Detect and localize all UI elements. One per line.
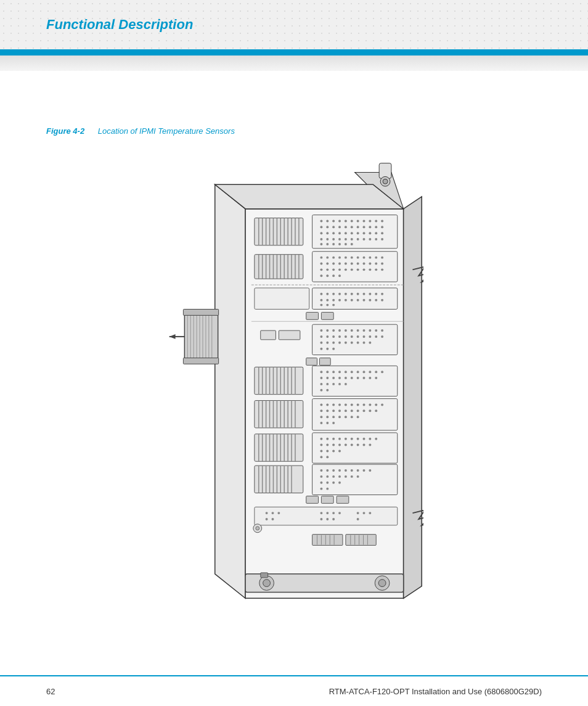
svg-point-142 (332, 293, 335, 295)
svg-point-147 (363, 293, 365, 295)
svg-point-186 (357, 335, 359, 338)
board-diagram (165, 148, 423, 610)
svg-point-349 (363, 469, 365, 472)
svg-rect-86 (255, 255, 303, 279)
svg-point-320 (351, 444, 353, 446)
svg-point-262 (326, 403, 329, 406)
svg-point-313 (369, 438, 371, 440)
svg-point-80 (320, 243, 322, 245)
svg-point-373 (332, 512, 335, 514)
svg-point-151 (320, 299, 322, 302)
svg-point-275 (338, 409, 341, 412)
svg-point-314 (375, 438, 377, 440)
svg-rect-367 (255, 507, 398, 525)
svg-point-279 (363, 409, 365, 412)
svg-point-269 (369, 403, 371, 406)
svg-point-281 (375, 409, 377, 412)
svg-point-266 (351, 403, 353, 406)
svg-point-322 (363, 444, 365, 446)
svg-point-351 (320, 475, 322, 478)
svg-point-382 (332, 518, 335, 520)
svg-point-289 (320, 422, 322, 424)
svg-point-121 (381, 263, 383, 265)
svg-point-280 (369, 409, 371, 412)
svg-rect-204 (279, 330, 300, 340)
svg-point-135 (332, 274, 335, 277)
svg-point-111 (320, 263, 322, 265)
svg-point-114 (338, 263, 341, 265)
svg-point-239 (369, 377, 371, 379)
svg-point-192 (326, 342, 329, 344)
svg-point-273 (326, 409, 329, 412)
svg-point-75 (357, 238, 359, 240)
figure-label: Figure 4-2 (46, 126, 84, 136)
svg-point-107 (363, 257, 365, 259)
svg-rect-366 (337, 496, 349, 503)
svg-point-136 (338, 274, 341, 277)
svg-point-363 (326, 488, 329, 490)
svg-point-356 (351, 475, 353, 478)
svg-point-369 (271, 512, 274, 514)
svg-rect-207 (255, 367, 303, 394)
svg-rect-165 (306, 312, 319, 319)
svg-point-187 (363, 335, 365, 338)
svg-point-288 (357, 416, 359, 418)
svg-point-67 (375, 232, 377, 234)
svg-point-317 (332, 444, 335, 446)
svg-rect-248 (255, 401, 303, 428)
svg-point-65 (363, 232, 365, 234)
svg-point-232 (326, 377, 329, 379)
svg-point-134 (326, 274, 329, 277)
svg-rect-5 (379, 163, 391, 179)
svg-point-140 (320, 293, 322, 295)
svg-point-276 (345, 409, 347, 412)
svg-point-324 (320, 449, 322, 452)
svg-rect-260 (312, 399, 398, 430)
svg-point-117 (357, 263, 359, 265)
svg-point-345 (338, 469, 341, 472)
svg-point-241 (320, 383, 322, 385)
svg-point-78 (375, 238, 377, 240)
svg-point-374 (338, 512, 341, 514)
svg-point-285 (338, 416, 341, 418)
svg-point-37 (326, 220, 329, 222)
svg-point-202 (332, 348, 335, 350)
svg-point-144 (345, 293, 347, 295)
svg-point-235 (345, 377, 347, 379)
svg-point-199 (369, 342, 371, 344)
svg-point-155 (345, 299, 347, 302)
svg-point-131 (375, 268, 377, 271)
svg-point-103 (338, 257, 341, 259)
svg-point-106 (357, 257, 359, 259)
svg-marker-2 (215, 184, 404, 208)
svg-point-346 (345, 469, 347, 472)
svg-point-177 (369, 329, 371, 332)
svg-point-120 (375, 263, 377, 265)
svg-point-181 (326, 335, 329, 338)
figure-title: Location of IPMI Temperature Sensors (98, 126, 235, 136)
svg-point-128 (357, 268, 359, 271)
svg-point-158 (363, 299, 365, 302)
svg-point-344 (332, 469, 335, 472)
svg-point-160 (375, 299, 377, 302)
svg-point-277 (351, 409, 353, 412)
svg-point-326 (332, 449, 335, 452)
svg-point-236 (351, 377, 353, 379)
svg-rect-18 (183, 310, 218, 316)
svg-rect-22 (255, 218, 303, 245)
svg-point-388 (263, 580, 271, 587)
svg-point-116 (351, 263, 353, 265)
svg-point-329 (326, 456, 329, 458)
svg-rect-35 (312, 215, 398, 248)
svg-point-179 (381, 329, 383, 332)
svg-rect-205 (306, 358, 317, 365)
svg-point-370 (277, 512, 280, 514)
svg-point-69 (320, 238, 322, 240)
svg-point-150 (381, 293, 383, 295)
svg-point-105 (351, 257, 353, 259)
svg-point-53 (357, 226, 359, 228)
svg-point-71 (332, 238, 335, 240)
svg-point-127 (351, 268, 353, 271)
svg-point-361 (338, 482, 341, 484)
svg-marker-0 (215, 184, 245, 598)
